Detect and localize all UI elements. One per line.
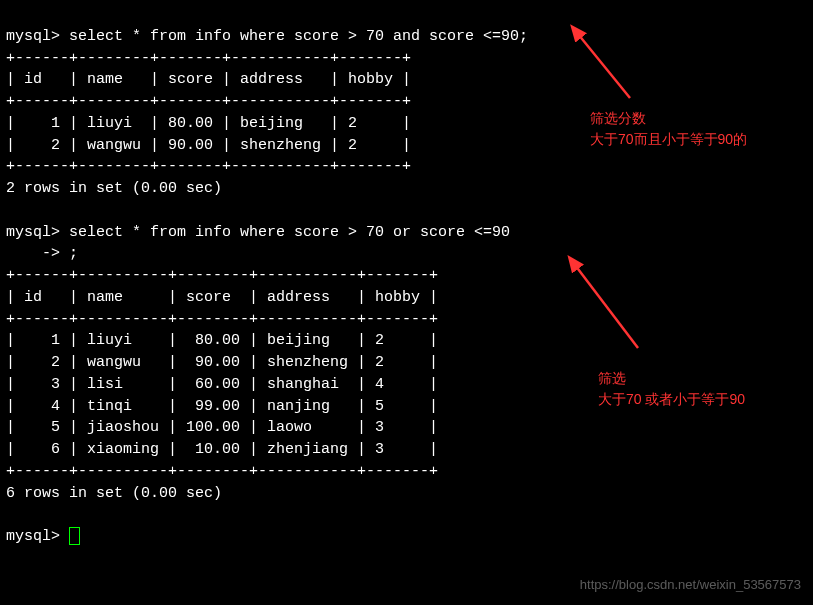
table-row: | 1 | liuyi | 80.00 | beijing | 2 | xyxy=(6,332,438,349)
terminal-output: mysql> select * from info where score > … xyxy=(0,0,813,552)
table-border: +------+--------+-------+-----------+---… xyxy=(6,50,411,67)
table-row: | 2 | wangwu | 90.00 | shenzheng | 2 | xyxy=(6,137,411,154)
annotation-2: 筛选 大于70 或者小于等于90 xyxy=(598,368,745,410)
table-border: +------+--------+-------+-----------+---… xyxy=(6,158,411,175)
table-header: | id | name | score | address | hobby | xyxy=(6,71,411,88)
table-row: | 2 | wangwu | 90.00 | shenzheng | 2 | xyxy=(6,354,438,371)
table-row: | 3 | lisi | 60.00 | shanghai | 4 | xyxy=(6,376,438,393)
table-row: | 1 | liuyi | 80.00 | beijing | 2 | xyxy=(6,115,411,132)
annotation-1: 筛选分数 大于70而且小于等于90的 xyxy=(590,108,747,150)
table-header: | id | name | score | address | hobby | xyxy=(6,289,438,306)
table-row: | 4 | tinqi | 99.00 | nanjing | 5 | xyxy=(6,398,438,415)
table-border: +------+----------+--------+-----------+… xyxy=(6,311,438,328)
mysql-prompt[interactable]: mysql> select * from info where score > … xyxy=(6,28,528,45)
mysql-prompt[interactable]: mysql> select * from info where score > … xyxy=(6,224,510,241)
table-row: | 5 | jiaoshou | 100.00 | laowo | 3 | xyxy=(6,419,438,436)
watermark-text: https://blog.csdn.net/weixin_53567573 xyxy=(580,576,801,595)
table-border: +------+--------+-------+-----------+---… xyxy=(6,93,411,110)
cursor[interactable] xyxy=(69,527,80,545)
status-text: 6 rows in set (0.00 sec) xyxy=(6,485,222,502)
status-text: 2 rows in set (0.00 sec) xyxy=(6,180,222,197)
table-border: +------+----------+--------+-----------+… xyxy=(6,267,438,284)
table-row: | 6 | xiaoming | 10.00 | zhenjiang | 3 | xyxy=(6,441,438,458)
continuation-prompt[interactable]: -> ; xyxy=(6,245,78,262)
table-border: +------+----------+--------+-----------+… xyxy=(6,463,438,480)
mysql-prompt[interactable]: mysql> xyxy=(6,528,80,545)
